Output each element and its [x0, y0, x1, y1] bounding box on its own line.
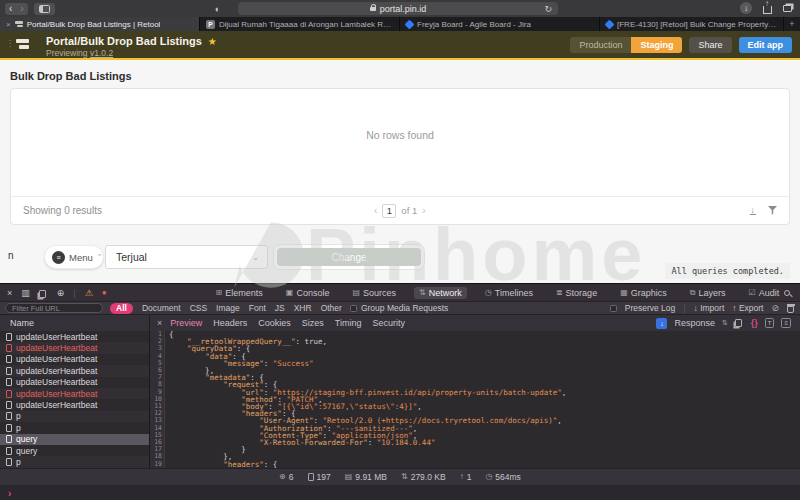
devtools-tab-elements[interactable]: ⊞Elements — [211, 287, 268, 299]
text-view-icon[interactable]: T — [765, 318, 775, 328]
stat-value: 9.91 MB — [355, 472, 387, 482]
resource-type-filters: AllDocumentCSSImageFontJSXHROther — [110, 303, 342, 314]
current-page-input[interactable]: 1 — [382, 204, 396, 218]
filter-input[interactable] — [5, 303, 103, 313]
inspect-element-icon[interactable]: ⊕ — [57, 288, 65, 298]
devtools-tab-console[interactable]: ▣Console — [281, 287, 335, 299]
scope-filter-font[interactable]: Font — [249, 303, 266, 313]
close-detail-icon[interactable]: × — [157, 318, 162, 328]
browser-tab-3[interactable]: [FRE-4130] [Retool] Bulk Change Property… — [600, 17, 784, 31]
dock-side-icon[interactable]: ▥ — [21, 288, 30, 298]
devtools-tab-layers[interactable]: ⧉Layers — [685, 287, 731, 299]
code-line: "headers": { — [169, 461, 800, 468]
detail-tab-security[interactable]: Security — [373, 318, 406, 328]
forward-button-icon[interactable]: › — [20, 4, 23, 14]
downloads-button[interactable]: ↓ — [740, 2, 752, 14]
browser-tab-0[interactable]: ×Portal/Bulk Drop Bad Listings | Retool — [0, 17, 200, 31]
scope-filter-other[interactable]: Other — [321, 303, 342, 313]
request-row[interactable]: updateUserHeartbeat — [0, 342, 149, 353]
request-row[interactable]: updateUserHeartbeat — [0, 399, 149, 410]
duplicate-icon[interactable] — [39, 290, 46, 298]
layers-icon: ⧉ — [690, 288, 696, 298]
detail-tab-headers[interactable]: Headers — [213, 318, 247, 328]
scope-filter-js[interactable]: JS — [275, 303, 285, 313]
status-dropdown[interactable]: Terjual ⌄ — [105, 245, 268, 269]
group-media-checkbox[interactable] — [350, 305, 357, 312]
detail-tab-preview[interactable]: Preview — [170, 318, 202, 328]
env-staging-button[interactable]: Staging — [631, 37, 682, 53]
scope-filter-image[interactable]: Image — [216, 303, 240, 313]
scope-filter-document[interactable]: Document — [142, 303, 181, 313]
detail-tab-sizes[interactable]: Sizes — [302, 318, 324, 328]
request-row[interactable]: updateUserHeartbeat — [0, 388, 149, 399]
close-tab-icon[interactable]: × — [6, 20, 11, 29]
preserve-log-checkbox[interactable] — [610, 305, 617, 312]
prev-page-icon[interactable]: ‹ — [374, 205, 377, 216]
devtools-tab-timelines[interactable]: ◷Timelines — [480, 287, 538, 299]
address-bar[interactable]: portal.pin.id ↻ — [238, 2, 558, 15]
devtools-tabs: ⊞Elements▣Console▤Sources⇅Network◷Timeli… — [211, 287, 785, 299]
request-row[interactable]: updateUserHeartbeat — [0, 377, 149, 388]
detail-tab-timing[interactable]: Timing — [335, 318, 362, 328]
devtools-tab-graphics[interactable]: ▦Graphics — [615, 287, 672, 299]
request-name: updateUserHeartbeat — [16, 343, 97, 353]
pretty-print-icon[interactable]: {} — [751, 318, 758, 328]
download-csv-icon[interactable]: ↓ — [750, 206, 757, 215]
errors-icon[interactable]: ● — [102, 288, 107, 297]
env-production-button[interactable]: Production — [570, 37, 631, 53]
request-row[interactable]: query — [0, 434, 149, 445]
share-button[interactable]: Share — [689, 37, 731, 53]
detail-tab-cookies[interactable]: Cookies — [258, 318, 291, 328]
request-row[interactable]: p — [0, 456, 149, 467]
devtools-tab-audit[interactable]: ☑Audit — [743, 287, 784, 299]
warnings-icon[interactable]: ⚠ — [85, 288, 93, 298]
page-settings-icon[interactable]: ◐ — [215, 4, 220, 14]
scope-filter-all[interactable]: All — [110, 303, 133, 314]
request-row[interactable]: updateUserHeartbeat — [0, 331, 149, 342]
request-name: p — [16, 423, 21, 433]
reload-icon[interactable]: ↻ — [544, 4, 552, 14]
devtools-tab-network[interactable]: ⇅Network — [414, 287, 467, 299]
export-button[interactable]: ↑ Export — [732, 303, 763, 313]
clear-network-icon[interactable]: ⊘ — [771, 303, 779, 313]
menu-button[interactable]: ≡ Menu ⌃ — [44, 245, 104, 269]
version-link[interactable]: v1.0.2 — [90, 48, 113, 58]
chevron-up-icon: ⌃ — [97, 253, 103, 261]
browser-toolbar: ‹ › ◐ portal.pin.id ↻ ↓ — [0, 0, 800, 17]
request-row[interactable]: updateUserHeartbeat — [0, 365, 149, 376]
console-prompt-icon: › — [8, 488, 11, 499]
request-row[interactable]: query — [0, 445, 149, 456]
graphics-icon: ▦ — [620, 288, 628, 297]
browser-tab-1[interactable]: PDijual Rumah Tigaaaa di Arongan Lambale… — [200, 17, 400, 31]
sidebar-toggle-button[interactable] — [34, 3, 55, 15]
devtools-tab-sources[interactable]: ▤Sources — [347, 287, 401, 299]
network-filter-bar: AllDocumentCSSImageFontJSXHROther Group … — [0, 301, 800, 314]
share-icon[interactable] — [763, 6, 772, 14]
change-button[interactable]: Change — [277, 248, 421, 266]
name-column-header[interactable]: Name — [0, 315, 150, 331]
favorite-star-icon[interactable]: ★ — [208, 36, 217, 47]
edit-app-button[interactable]: Edit app — [739, 37, 793, 53]
request-row[interactable]: p — [0, 422, 149, 433]
next-page-icon[interactable]: › — [422, 205, 425, 216]
retool-logo-icon[interactable] — [16, 39, 29, 51]
trash-icon[interactable] — [787, 306, 794, 313]
request-row[interactable]: updateUserHeartbeat — [0, 354, 149, 365]
back-button-icon[interactable]: ‹ — [9, 4, 12, 14]
new-tab-button[interactable]: + — [784, 17, 800, 31]
tab-overview-icon[interactable] — [783, 5, 792, 12]
scope-filter-css[interactable]: CSS — [190, 303, 207, 313]
search-icon[interactable] — [784, 290, 790, 296]
copy-icon[interactable] — [735, 319, 742, 327]
response-dropdown[interactable]: Response — [674, 318, 715, 328]
close-devtools-icon[interactable]: × — [7, 288, 12, 298]
source-view-icon[interactable]: ≡ — [781, 318, 791, 328]
console-prompt-row[interactable]: › — [0, 484, 800, 500]
browser-tab-2[interactable]: Freyja Board - Agile Board - Jira — [400, 17, 600, 31]
request-row[interactable]: p — [0, 411, 149, 422]
import-button[interactable]: ↓ Import — [694, 303, 725, 313]
devtools-tab-storage[interactable]: ≣Storage — [551, 287, 602, 299]
scope-filter-xhr[interactable]: XHR — [294, 303, 312, 313]
filter-icon[interactable] — [768, 206, 777, 215]
globe-icon: ⊕ — [279, 472, 286, 481]
